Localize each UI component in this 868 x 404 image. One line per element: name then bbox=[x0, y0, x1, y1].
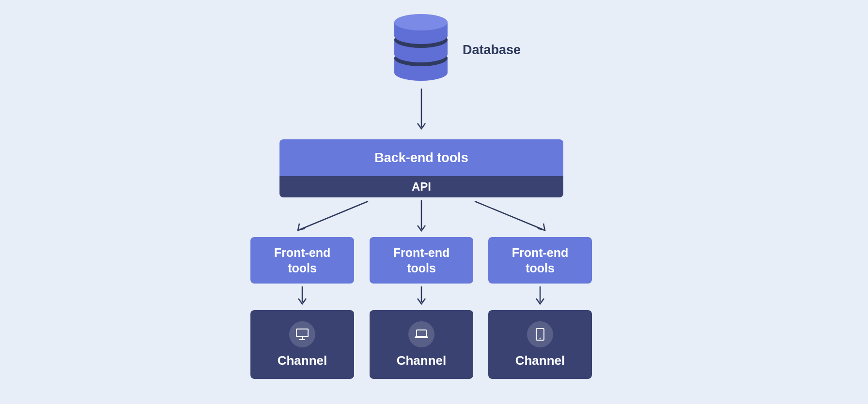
channel-box-2: Channel bbox=[370, 310, 473, 379]
svg-rect-16 bbox=[296, 329, 308, 337]
arrow-fe3-ch3 bbox=[534, 285, 546, 309]
arrow-fe2-ch2 bbox=[416, 285, 427, 309]
arrow-api-fe1 bbox=[291, 198, 373, 236]
svg-line-10 bbox=[300, 201, 368, 229]
laptop-icon bbox=[408, 321, 434, 347]
api-label: API bbox=[412, 180, 431, 194]
svg-point-8 bbox=[394, 14, 448, 30]
diagram-canvas: Database Back-end tools API Front-end to… bbox=[0, 0, 868, 404]
svg-line-12 bbox=[475, 201, 542, 229]
tablet-icon bbox=[527, 321, 553, 347]
backend-box: Back-end tools bbox=[279, 139, 563, 176]
svg-point-21 bbox=[540, 337, 541, 339]
frontend-label-1: Front-end tools bbox=[274, 245, 331, 276]
frontend-box-3: Front-end tools bbox=[488, 237, 592, 284]
channel-label-1: Channel bbox=[278, 353, 327, 368]
database-icon bbox=[392, 14, 450, 81]
channel-label-2: Channel bbox=[397, 353, 447, 368]
frontend-label-3: Front-end tools bbox=[512, 245, 569, 276]
frontend-box-1: Front-end tools bbox=[250, 237, 354, 284]
channel-label-3: Channel bbox=[515, 353, 565, 368]
desktop-icon bbox=[289, 321, 315, 347]
frontend-box-2: Front-end tools bbox=[370, 237, 473, 284]
channel-box-3: Channel bbox=[488, 310, 592, 379]
channel-box-1: Channel bbox=[250, 310, 354, 379]
frontend-label-2: Front-end tools bbox=[393, 245, 450, 276]
arrow-api-fe3 bbox=[470, 198, 552, 236]
backend-label: Back-end tools bbox=[374, 150, 468, 165]
arrow-api-fe2 bbox=[416, 198, 427, 236]
api-box: API bbox=[279, 176, 563, 197]
arrow-fe1-ch1 bbox=[296, 285, 308, 309]
arrow-db-backend bbox=[416, 86, 427, 135]
database-label: Database bbox=[463, 43, 521, 58]
svg-rect-19 bbox=[417, 330, 426, 336]
